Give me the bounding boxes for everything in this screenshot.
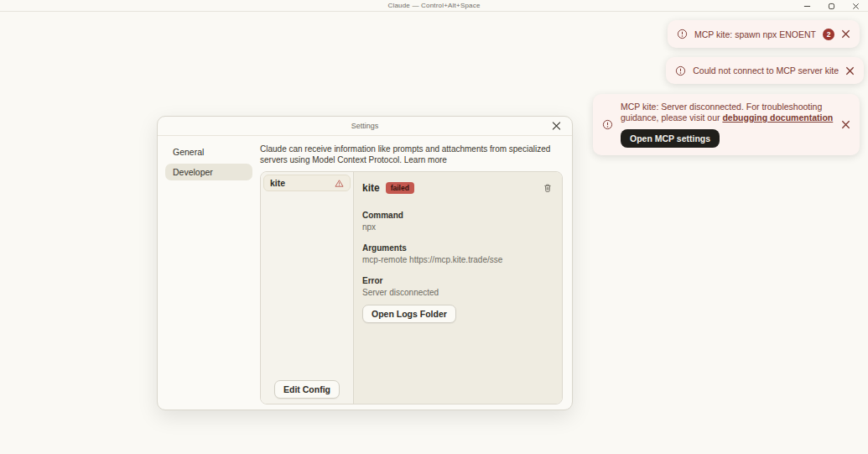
command-value: npx (362, 222, 554, 232)
close-icon[interactable] (845, 66, 855, 76)
warning-triangle-icon (335, 179, 344, 188)
window-controls (803, 0, 860, 12)
status-badge: failed (386, 182, 414, 194)
developer-settings-content: Claude can receive information like prom… (260, 136, 574, 410)
mcp-description: Claude can receive information like prom… (260, 144, 562, 165)
edit-config-container: Edit Config (261, 380, 353, 399)
server-detail-header: kite failed (362, 182, 554, 194)
settings-title: Settings (351, 122, 379, 130)
toast-connect-error: Could not connect to MCP server kite (666, 57, 864, 84)
close-icon[interactable] (841, 120, 850, 129)
minimize-icon[interactable] (803, 3, 811, 10)
toast-message: Could not connect to MCP server kite (693, 65, 839, 76)
open-mcp-settings-button[interactable]: Open MCP settings (621, 129, 720, 148)
close-icon[interactable] (841, 29, 850, 39)
error-label: Error (362, 276, 554, 285)
mcp-servers-panel: kite Edit Config kite failed (260, 171, 563, 404)
toast-message: MCP kite: Server disconnected. For troub… (621, 102, 834, 123)
alert-circle-icon (602, 119, 613, 130)
sidebar-item-developer[interactable]: Developer (165, 164, 252, 180)
arguments-value: mcp-remote https://mcp.kite.trade/sse (362, 255, 554, 264)
app-window: Claude — Control+Alt+Space MCP kite: spa… (0, 0, 868, 454)
server-list-item-kite[interactable]: kite (263, 175, 351, 191)
debugging-documentation-link[interactable]: debugging documentation (722, 112, 833, 123)
close-window-icon[interactable] (852, 3, 860, 10)
server-list: kite Edit Config (261, 172, 354, 404)
learn-more-link[interactable]: Learn more (404, 155, 447, 164)
edit-config-button[interactable]: Edit Config (274, 380, 340, 399)
settings-dialog-header: Settings (158, 117, 572, 136)
toast-message: MCP kite: spawn npx ENOENT (694, 29, 816, 39)
settings-dialog: Settings General Developer Claude can re… (157, 116, 573, 410)
restore-icon[interactable] (828, 3, 835, 10)
alert-circle-icon (675, 65, 686, 76)
window-title: Claude — Control+Alt+Space (387, 2, 480, 9)
toast-count-badge: 2 (823, 29, 834, 40)
arguments-section: Arguments mcp-remote https://mcp.kite.tr… (362, 243, 554, 264)
close-icon[interactable] (552, 122, 561, 131)
command-label: Command (362, 211, 554, 220)
settings-sidebar: General Developer (158, 136, 260, 410)
server-name: kite (270, 178, 285, 188)
error-section: Error Server disconnected (362, 276, 554, 297)
arguments-label: Arguments (362, 243, 554, 253)
server-detail-name: kite (362, 182, 380, 194)
toast-spawn-error: MCP kite: spawn npx ENOENT 2 (668, 20, 860, 48)
open-logs-folder-button[interactable]: Open Logs Folder (362, 305, 456, 323)
settings-dialog-body: General Developer Claude can receive inf… (158, 136, 572, 410)
error-value: Server disconnected (362, 288, 554, 297)
toast-server-disconnected: MCP kite: Server disconnected. For troub… (593, 94, 860, 155)
titlebar: Claude — Control+Alt+Space (0, 0, 868, 12)
server-detail: kite failed Command npx Arguments m (354, 172, 562, 404)
command-section: Command npx (362, 211, 554, 232)
toast-body: MCP kite: Server disconnected. For troub… (621, 102, 834, 148)
sidebar-item-general[interactable]: General (165, 144, 252, 160)
trash-icon[interactable] (543, 183, 553, 193)
alert-circle-icon (677, 29, 688, 39)
